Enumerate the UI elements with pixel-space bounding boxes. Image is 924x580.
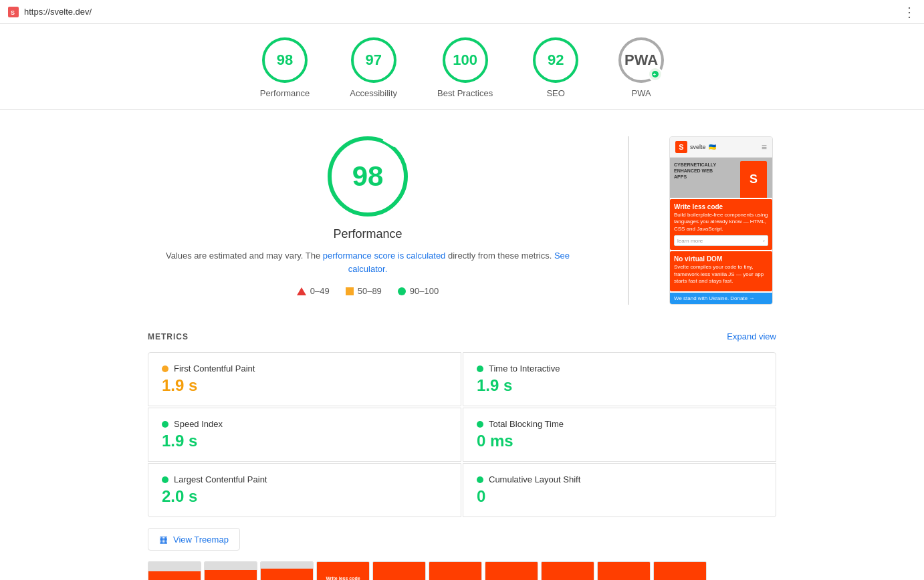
site-preview: S svelte 🇺🇦 ≡ CYBERNETICALLYENHANCED WEB…: [669, 136, 773, 305]
metric-lcp-dot: [162, 476, 168, 483]
metric-lcp-value: 2.0 s: [162, 487, 447, 506]
screenshot-8: [541, 561, 594, 580]
treemap-icon: ▦: [159, 534, 168, 545]
metric-lcp: Largest Contentful Paint 2.0 s: [148, 463, 461, 517]
metric-cls-label-row: Cumulative Layout Shift: [477, 474, 762, 484]
metric-cls-value: 0: [477, 487, 762, 506]
score-legend: 0–49 50–89 90–100: [148, 286, 588, 296]
preview-write-less-section: Write less code Build boilerplate-free c…: [670, 199, 772, 250]
best-practices-circle: 100: [443, 37, 488, 83]
metric-fcp: First Contentful Paint 1.9 s: [148, 352, 461, 406]
metrics-header: METRICS Expand view: [148, 331, 776, 341]
screenshot-3: [260, 561, 314, 580]
tab-pwa[interactable]: PWA + PWA: [618, 37, 664, 98]
tab-performance[interactable]: 98 Performance: [260, 37, 310, 98]
menu-button[interactable]: ⋮: [903, 4, 916, 20]
metric-tbt-name: Total Blocking Time: [489, 419, 564, 429]
tab-accessibility[interactable]: 97 Accessibility: [350, 37, 397, 98]
metric-fcp-name: First Contentful Paint: [174, 364, 255, 374]
legend-high: 90–100: [398, 286, 439, 296]
svelte-logo-icon: S: [675, 141, 687, 153]
metric-tti: Time to Interactive 1.9 s: [463, 352, 776, 406]
screenshot-9: [597, 561, 651, 580]
metric-si-dot: [162, 421, 168, 428]
metric-tbt-dot: [477, 421, 483, 428]
screenshot-7: [485, 561, 538, 580]
metric-fcp-label-row: First Contentful Paint: [162, 364, 447, 374]
legend-low: 0–49: [297, 286, 330, 296]
expand-view-button[interactable]: Expand view: [727, 331, 776, 341]
legend-mid: 50–89: [346, 286, 382, 296]
preview-hero-image: CYBERNETICALLYENHANCED WEBAPPS S: [670, 158, 772, 198]
preview-flag-icon: 🇺🇦: [709, 144, 716, 150]
preview-no-dom-title: No virtual DOM: [674, 255, 768, 263]
best-practices-label: Best Practices: [437, 88, 493, 98]
screenshot-6: [429, 561, 482, 580]
pwa-circle: PWA +: [618, 37, 664, 83]
perf-desc: Values are estimated and may vary. The p…: [148, 249, 588, 275]
pwa-label: PWA: [632, 88, 651, 98]
preview-hero-text: CYBERNETICALLYENHANCED WEBAPPS: [674, 162, 716, 180]
metric-tti-label-row: Time to Interactive: [477, 364, 762, 374]
vertical-divider: [628, 136, 629, 305]
big-score-wrapper: 98: [148, 136, 588, 216]
preview-hero-graphic: S: [740, 161, 767, 198]
metric-tbt: Total Blocking Time 0 ms: [463, 408, 776, 462]
tab-seo[interactable]: 92 SEO: [533, 37, 578, 98]
metrics-grid: First Contentful Paint 1.9 s Time to Int…: [148, 352, 776, 517]
preview-no-dom-text: Svelte compiles your code to tiny, frame…: [674, 264, 768, 285]
metric-lcp-label-row: Largest Contentful Paint: [162, 474, 447, 484]
tab-best-practices[interactable]: 100 Best Practices: [437, 37, 493, 98]
svg-text:+: +: [653, 71, 657, 78]
metric-tbt-value: 0 ms: [477, 432, 762, 450]
accessibility-circle: 97: [351, 37, 396, 83]
legend-circle-icon: [398, 287, 406, 295]
screenshot-1: [148, 561, 201, 580]
view-treemap-button[interactable]: ▦ View Treemap: [148, 528, 240, 551]
metric-si-value: 1.9 s: [162, 432, 447, 450]
main-content: 98 Performance Values are estimated and …: [94, 110, 830, 331]
url-display: https://svelte.dev/: [24, 7, 92, 17]
seo-circle: 92: [533, 37, 578, 83]
preview-site-name: svelte: [690, 144, 706, 150]
preview-no-dom-section: No virtual DOM Svelte compiles your code…: [670, 251, 772, 291]
perf-score-link[interactable]: performance score is calculated: [323, 251, 446, 261]
legend-square-icon: [346, 287, 354, 295]
metric-fcp-dot: [162, 366, 168, 372]
preview-header: S svelte 🇺🇦 ≡: [670, 137, 772, 158]
metrics-section-title: METRICS: [148, 332, 189, 341]
preview-menu-icon: ≡: [762, 142, 767, 152]
top-bar-left: S https://svelte.dev/: [8, 7, 92, 17]
metrics-section: METRICS Expand view First Contentful Pai…: [94, 331, 830, 517]
score-tabs-row: 98 Performance 97 Accessibility 100 Best…: [0, 24, 924, 110]
metric-si-name: Speed Index: [174, 419, 223, 429]
screenshot-4: Write less code: [316, 561, 370, 580]
top-bar: S https://svelte.dev/ ⋮: [0, 0, 924, 24]
metric-si-label-row: Speed Index: [162, 419, 447, 429]
perf-title: Performance: [148, 227, 588, 241]
preview-learn-more-btn: learn more ›: [674, 235, 768, 246]
treemap-label: View Treemap: [173, 535, 229, 545]
performance-circle: 98: [262, 37, 308, 83]
legend-triangle-icon: [297, 287, 306, 295]
big-score-circle: 98: [328, 136, 408, 216]
metric-tti-value: 1.9 s: [477, 376, 762, 395]
accessibility-label: Accessibility: [350, 88, 397, 98]
metric-fcp-value: 1.9 s: [162, 376, 447, 395]
svg-text:S: S: [11, 9, 15, 16]
left-panel: 98 Performance Values are estimated and …: [148, 136, 588, 305]
metric-tti-dot: [477, 366, 483, 372]
metric-tbt-label-row: Total Blocking Time: [477, 419, 762, 429]
performance-label: Performance: [260, 88, 310, 98]
metric-lcp-name: Largest Contentful Paint: [174, 474, 267, 484]
seo-label: SEO: [546, 88, 564, 98]
pwa-badge: +: [648, 67, 663, 82]
metric-cls-dot: [477, 476, 483, 483]
preview-ukraine-banner: We stand with Ukraine. Donate →: [670, 293, 772, 304]
treemap-row: ▦ View Treemap: [94, 528, 830, 551]
preview-write-less-text: Build boilerplate-free components using …: [674, 212, 768, 233]
preview-write-less-title: Write less code: [674, 203, 768, 210]
metric-cls-name: Cumulative Layout Shift: [489, 474, 580, 484]
screenshots-row: Write less code: [94, 561, 830, 580]
metric-si: Speed Index 1.9 s: [148, 408, 461, 462]
